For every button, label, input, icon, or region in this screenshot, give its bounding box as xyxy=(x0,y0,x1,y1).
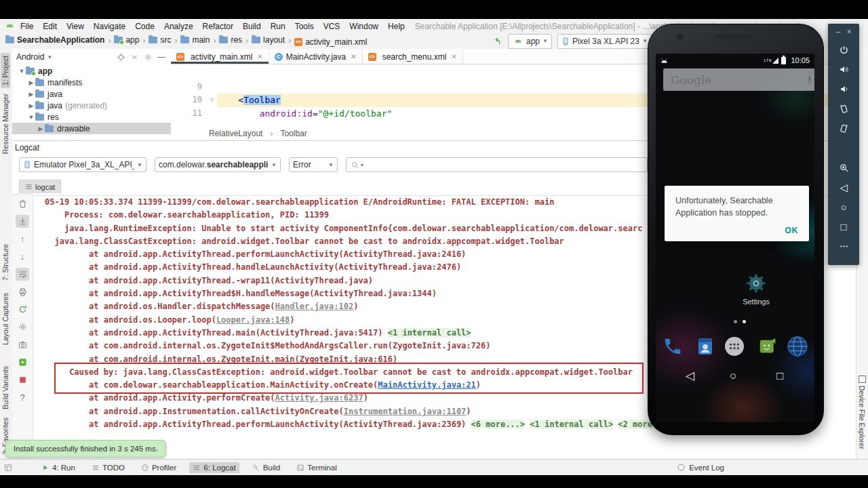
close-icon[interactable]: ✕ xyxy=(451,53,456,60)
chevron-right-icon[interactable]: ▶ xyxy=(27,91,35,98)
stop-icon[interactable] xyxy=(16,373,29,386)
volume-up-icon[interactable] xyxy=(828,60,859,79)
screen-record-icon[interactable] xyxy=(16,356,29,369)
more-icon[interactable] xyxy=(828,237,859,256)
settings-icon[interactable] xyxy=(142,53,153,62)
tree-item-manifests[interactable]: ▶manifests xyxy=(12,77,171,88)
breadcrumb-item-app[interactable]: app xyxy=(114,35,139,45)
apps-app-icon[interactable] xyxy=(722,334,747,359)
stack-frame-link[interactable]: Activity.java:6237 xyxy=(275,393,363,403)
zoom-icon[interactable] xyxy=(828,158,859,178)
close-icon[interactable]: × xyxy=(847,27,852,37)
back-arrow-icon[interactable] xyxy=(492,36,502,46)
volume-down-icon[interactable] xyxy=(828,79,859,99)
settings-app-icon[interactable] xyxy=(746,273,766,293)
tab-mainactivity-java[interactable]: CMainActivity.java✕ xyxy=(269,49,363,64)
search-input[interactable] xyxy=(365,159,643,170)
tab-activity-main-xml[interactable]: <>activity_main.xml✕ xyxy=(171,49,269,64)
logcat-level-select[interactable]: Error ▼ xyxy=(289,157,338,172)
rotate-left-icon[interactable] xyxy=(828,99,859,119)
tool-stripe-7-structure[interactable]: 7: Structure xyxy=(1,241,10,283)
home-icon[interactable]: ○ xyxy=(828,197,859,217)
collapse-all-icon[interactable] xyxy=(129,53,140,62)
tool-stripe-resource-manager[interactable]: Resource Manager xyxy=(1,91,10,157)
logcat-content-tab[interactable]: logcat xyxy=(19,180,61,193)
breadcrumb-item-activity-main-xml[interactable]: <>activity_main.xml xyxy=(294,37,367,47)
clear-logcat-icon[interactable] xyxy=(16,197,29,210)
chevron-right-icon[interactable]: ▶ xyxy=(27,79,35,86)
logcat-package-select[interactable]: com.delowar.searchableapplicatior ▼ xyxy=(155,157,281,172)
scroll-to-end-icon[interactable] xyxy=(16,215,29,228)
soft-wrap-icon[interactable] xyxy=(16,268,29,281)
tool-stripe-1-project[interactable]: 1: Project xyxy=(1,53,10,88)
screenshot-icon[interactable]: undefined xyxy=(828,138,859,158)
xml-breadcrumb-relativelayout[interactable]: RelativeLayout xyxy=(209,129,262,138)
browser-app-icon[interactable] xyxy=(785,334,810,359)
tree-item-java[interactable]: ▶java xyxy=(12,88,171,100)
xml-breadcrumb-toolbar[interactable]: Toolbar xyxy=(280,129,307,138)
menu-code[interactable]: Code xyxy=(130,22,159,31)
google-search-widget[interactable]: Google xyxy=(663,68,814,91)
close-icon[interactable]: ✕ xyxy=(257,53,262,60)
device-select[interactable]: Pixel 3a XL API 23 ▼ xyxy=(557,34,652,49)
status-bar-build[interactable]: Build xyxy=(249,462,284,473)
logcat-search-box[interactable]: ▾ xyxy=(346,157,648,172)
tree-item-app[interactable]: ▼app xyxy=(12,65,171,77)
menu-build[interactable]: Build xyxy=(238,22,266,31)
breadcrumb-item-searchableapplication[interactable]: SearchableApplication xyxy=(5,35,104,45)
menu-view[interactable]: View xyxy=(62,22,89,31)
project-view-select[interactable]: Android xyxy=(16,52,44,62)
tree-item-java[interactable]: ▶java(generated) xyxy=(12,100,171,111)
ok-button[interactable]: OK xyxy=(785,226,798,235)
tool-stripe-layout-captures[interactable]: Layout Captures xyxy=(1,290,10,348)
restart-icon[interactable] xyxy=(16,303,29,316)
menu-help[interactable]: Help xyxy=(383,22,410,31)
breadcrumb-item-res[interactable]: res xyxy=(219,35,242,45)
back-icon[interactable]: ◁ xyxy=(828,178,859,197)
status-bar-6-logcat[interactable]: 6: Logcat xyxy=(189,462,239,473)
screenshot-icon[interactable] xyxy=(16,338,29,351)
chevron-right-icon[interactable]: ▶ xyxy=(27,102,35,109)
messages-app-icon[interactable] xyxy=(755,334,780,359)
tool-window-switcher-icon[interactable] xyxy=(4,464,12,472)
up-stack-icon[interactable]: ↑ xyxy=(16,232,29,245)
install-notification[interactable]: Install successfully finished in 3 s 245… xyxy=(5,440,166,458)
down-stack-icon[interactable]: ↓ xyxy=(16,250,29,263)
status-bar-terminal[interactable]: Terminal xyxy=(293,462,340,473)
nav-home-icon[interactable]: ○ xyxy=(730,367,736,386)
chevron-down-icon[interactable]: ▼ xyxy=(27,114,35,121)
tree-item-res[interactable]: ▼res xyxy=(12,111,171,123)
logcat-device-select[interactable]: Emulator Pixel_3a_XL_API_23 And ▼ xyxy=(19,157,146,172)
help-icon[interactable]: ? xyxy=(16,391,29,404)
status-bar-todo[interactable]: TODO xyxy=(88,462,128,473)
chevron-right-icon[interactable]: ▶ xyxy=(37,125,45,132)
tree-item-drawable[interactable]: ▶drawable xyxy=(12,123,171,134)
stack-frame-link[interactable]: MainActivity.java:21 xyxy=(378,380,476,390)
breadcrumb-item-main[interactable]: main xyxy=(180,35,210,45)
menu-window[interactable]: Window xyxy=(344,22,383,31)
breadcrumb-item-layout[interactable]: layout xyxy=(252,35,285,45)
emulator-screen[interactable]: LTE 10:05 Google Unfortunately, Searchab… xyxy=(656,54,814,422)
rotate-right-icon[interactable] xyxy=(828,119,859,138)
hide-icon[interactable]: — xyxy=(156,52,167,62)
menu-refactor[interactable]: Refactor xyxy=(198,22,238,31)
tool-stripe-build-variants[interactable]: Build Variants xyxy=(1,363,10,412)
menu-navigate[interactable]: Navigate xyxy=(89,22,130,31)
minimize-icon[interactable]: – xyxy=(835,27,840,37)
menu-tools[interactable]: Tools xyxy=(290,22,319,31)
module-select[interactable]: app ▼ xyxy=(508,34,552,49)
breadcrumb-item-src[interactable]: src xyxy=(149,35,171,45)
status-bar-4-run[interactable]: 4: Run xyxy=(38,462,79,473)
logcat-settings-icon[interactable] xyxy=(16,321,29,333)
event-log-button[interactable]: Event Log xyxy=(677,460,724,475)
tab-search-menu-xml[interactable]: <>search_menu.xml✕ xyxy=(363,49,463,64)
menu-analyze[interactable]: Analyze xyxy=(159,22,198,31)
mic-icon[interactable] xyxy=(805,75,814,85)
device-file-explorer-button[interactable]: Device File Explorer xyxy=(858,375,866,449)
stack-frame-link[interactable]: Instrumentation.java:1107 xyxy=(344,407,467,416)
locate-icon[interactable] xyxy=(115,53,126,62)
menu-edit[interactable]: Edit xyxy=(38,22,62,31)
overview-icon[interactable]: □ xyxy=(828,217,859,237)
menu-file[interactable]: File xyxy=(16,22,38,31)
nav-back-icon[interactable]: ◁ xyxy=(686,367,694,386)
